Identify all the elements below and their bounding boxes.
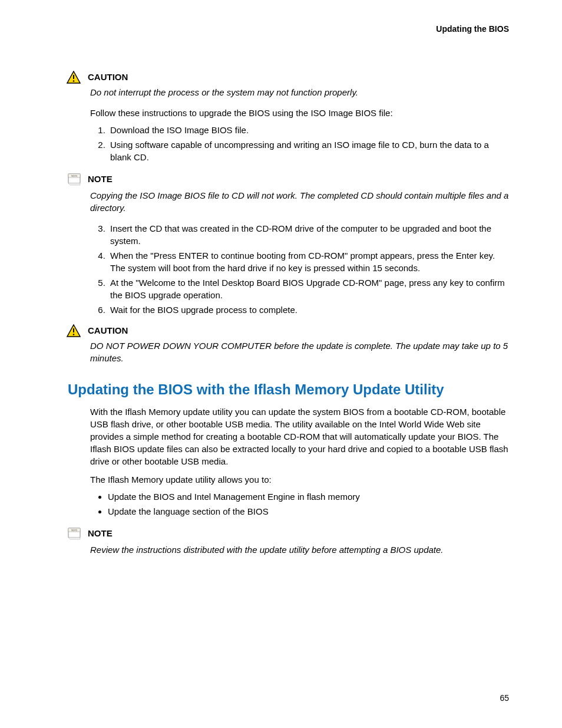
note-block: NOTE NOTE <box>67 172 509 187</box>
list-item: Wait for the BIOS upgrade process to com… <box>108 304 509 316</box>
note-icon: NOTE <box>67 526 83 541</box>
note-text: Review the instructions distributed with… <box>90 543 509 556</box>
caution-title: CAUTION <box>88 71 128 83</box>
list-item: At the "Welcome to the Intel Desktop Boa… <box>108 276 509 301</box>
section-heading: Updating the BIOS with the Iflash Memory… <box>68 381 509 398</box>
svg-point-8 <box>73 334 75 335</box>
note-block: NOTE NOTE <box>67 526 509 541</box>
section-paragraph-2: The Iflash Memory update utility allows … <box>90 473 509 486</box>
page-header: Updating the BIOS <box>68 24 509 35</box>
note-icon: NOTE <box>67 172 83 187</box>
caution-text: DO NOT POWER DOWN YOUR COMPUTER before t… <box>90 340 509 364</box>
caution-block: CAUTION <box>67 71 509 84</box>
list-item: Download the ISO Image BIOS file. <box>108 124 509 136</box>
list-item: Update the language section of the BIOS <box>108 505 509 518</box>
note-title: NOTE <box>88 527 113 539</box>
steps-list-b: Insert the CD that was created in the CD… <box>90 222 509 316</box>
list-item: Using software capable of uncompressing … <box>108 139 509 163</box>
bullet-list: Update the BIOS and Intel Management Eng… <box>90 490 509 518</box>
note-text: Copying the ISO Image BIOS file to CD wi… <box>90 189 509 214</box>
caution-icon <box>67 71 83 84</box>
list-item: Insert the CD that was created in the CD… <box>108 222 509 247</box>
intro-paragraph: Follow these instructions to upgrade the… <box>90 107 509 119</box>
caution-title: CAUTION <box>88 324 128 337</box>
steps-list-a: Download the ISO Image BIOS file. Using … <box>90 124 509 163</box>
svg-point-2 <box>73 80 75 82</box>
caution-block: CAUTION <box>67 324 509 337</box>
svg-text:NOTE: NOTE <box>71 174 78 177</box>
caution-text: Do not interrupt the process or the syst… <box>90 86 509 98</box>
svg-text:NOTE: NOTE <box>71 529 78 532</box>
list-item: When the "Press ENTER to continue bootin… <box>108 249 509 274</box>
caution-icon <box>67 324 83 337</box>
section-paragraph-1: With the Iflash Memory update utility yo… <box>90 406 509 467</box>
note-title: NOTE <box>88 173 113 185</box>
page-number: 65 <box>500 693 509 704</box>
list-item: Update the BIOS and Intel Management Eng… <box>108 490 509 503</box>
